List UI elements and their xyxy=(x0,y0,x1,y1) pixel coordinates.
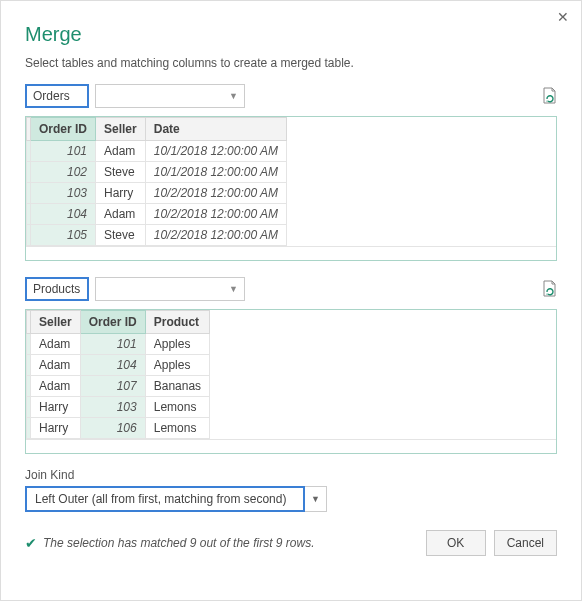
ok-button[interactable]: OK xyxy=(426,530,486,556)
table-cell[interactable]: 101 xyxy=(31,141,96,162)
table-cell[interactable]: Bananas xyxy=(145,376,209,397)
table-cell[interactable]: 104 xyxy=(80,355,145,376)
table-cell[interactable]: Apples xyxy=(145,355,209,376)
table1-column-dropdown[interactable]: ▼ xyxy=(95,84,245,108)
instruction-text: Select tables and matching columns to cr… xyxy=(25,56,557,70)
table1-name: Orders xyxy=(33,89,70,103)
table1-grid: Order IDSellerDate101Adam10/1/2018 12:00… xyxy=(25,116,557,261)
table-cell[interactable]: 101 xyxy=(80,334,145,355)
column-header[interactable]: Seller xyxy=(96,118,146,141)
table-cell[interactable]: 107 xyxy=(80,376,145,397)
column-header[interactable]: Product xyxy=(145,311,209,334)
join-kind-label: Join Kind xyxy=(25,468,557,482)
table-cell[interactable]: Harry xyxy=(31,397,81,418)
table-cell[interactable]: 103 xyxy=(80,397,145,418)
table-cell[interactable]: Adam xyxy=(96,204,146,225)
table-cell[interactable]: Adam xyxy=(96,141,146,162)
table-cell[interactable]: 10/1/2018 12:00:00 AM xyxy=(145,162,286,183)
table-cell[interactable]: Adam xyxy=(31,355,81,376)
refresh-icon[interactable] xyxy=(541,280,557,298)
table-cell[interactable]: Adam xyxy=(31,376,81,397)
column-header[interactable]: Order ID xyxy=(80,311,145,334)
table-cell[interactable]: Harry xyxy=(31,418,81,439)
table-cell[interactable]: 102 xyxy=(31,162,96,183)
column-header[interactable]: Order ID xyxy=(31,118,96,141)
refresh-icon[interactable] xyxy=(541,87,557,105)
table-cell[interactable]: 105 xyxy=(31,225,96,246)
table2-grid: SellerOrder IDProductAdam101ApplesAdam10… xyxy=(25,309,557,454)
table1-dropdown[interactable]: Orders xyxy=(25,84,89,108)
join-kind-value: Left Outer (all from first, matching fro… xyxy=(35,492,286,506)
table2-name: Products xyxy=(33,282,80,296)
table-cell[interactable]: 103 xyxy=(31,183,96,204)
table-cell[interactable]: 10/1/2018 12:00:00 AM xyxy=(145,141,286,162)
table-cell[interactable]: 106 xyxy=(80,418,145,439)
column-header[interactable]: Seller xyxy=(31,311,81,334)
column-header[interactable]: Date xyxy=(145,118,286,141)
table-cell[interactable]: 10/2/2018 12:00:00 AM xyxy=(145,183,286,204)
table-cell[interactable]: Harry xyxy=(96,183,146,204)
table-cell[interactable]: Steve xyxy=(96,225,146,246)
table-cell[interactable]: 10/2/2018 12:00:00 AM xyxy=(145,225,286,246)
table-cell[interactable]: Apples xyxy=(145,334,209,355)
status-text: The selection has matched 9 out of the f… xyxy=(43,536,314,550)
table-cell[interactable]: Steve xyxy=(96,162,146,183)
table-cell[interactable]: 104 xyxy=(31,204,96,225)
table-cell[interactable]: 10/2/2018 12:00:00 AM xyxy=(145,204,286,225)
join-kind-chevron[interactable]: ▼ xyxy=(305,486,327,512)
join-kind-dropdown[interactable]: Left Outer (all from first, matching fro… xyxy=(25,486,305,512)
table2-column-dropdown[interactable]: ▼ xyxy=(95,277,245,301)
dialog-title: Merge xyxy=(25,23,557,46)
cancel-button[interactable]: Cancel xyxy=(494,530,557,556)
table-cell[interactable]: Lemons xyxy=(145,418,209,439)
table-cell[interactable]: Adam xyxy=(31,334,81,355)
close-icon[interactable]: ✕ xyxy=(557,9,569,25)
check-icon: ✔ xyxy=(25,535,37,551)
table2-dropdown[interactable]: Products xyxy=(25,277,89,301)
table-cell[interactable]: Lemons xyxy=(145,397,209,418)
